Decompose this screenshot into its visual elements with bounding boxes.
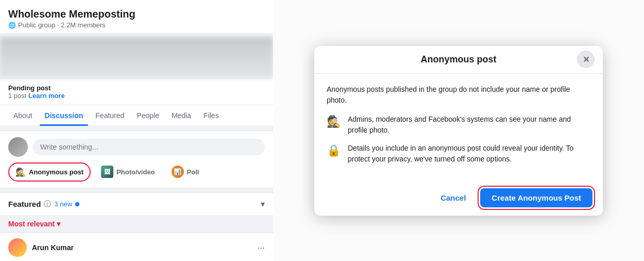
featured-left: Featured ⓘ 3 new: [8, 200, 79, 209]
featured-title: Featured: [8, 200, 41, 208]
tab-media[interactable]: Media: [166, 105, 196, 126]
cover-photo: [0, 37, 273, 78]
modal-info-row-1: 🕵️ Admins, moderators and Facebook's sys…: [327, 114, 590, 136]
user-name: Arun Kumar: [32, 243, 252, 252]
tab-about[interactable]: About: [8, 105, 38, 126]
globe-icon: 🌐: [8, 22, 16, 29]
write-input[interactable]: [33, 139, 265, 155]
anonymous-icon: 🕵️: [15, 167, 26, 177]
nav-tabs: About Discussion Featured People Media F…: [0, 105, 273, 126]
user-avatar: [8, 238, 27, 257]
modal-footer: Cancel Create Anonymous Post: [314, 182, 603, 216]
write-input-row: [8, 137, 265, 157]
poll-button[interactable]: 📊 Poll: [165, 162, 206, 182]
create-anonymous-post-button[interactable]: Create Anonymous Post: [480, 188, 592, 207]
spy-icon: 🕵️: [327, 115, 341, 128]
modal-close-button[interactable]: ✕: [577, 51, 595, 68]
modal-title: Anonymous post: [421, 54, 497, 65]
photo-icon: 🖼: [101, 166, 113, 178]
modal-info-row-2: 🔒 Details you include in an anonymous po…: [327, 143, 590, 165]
featured-section: Featured ⓘ 3 new ▾: [0, 192, 273, 215]
modal-header: Anonymous post ✕: [314, 46, 603, 74]
pending-post-bar: Pending post 1 post Learn more: [0, 78, 273, 105]
info-icon[interactable]: ⓘ: [44, 200, 51, 209]
modal-admin-text: Admins, moderators and Facebook's system…: [348, 114, 590, 136]
anonymous-post-modal: Anonymous post ✕ Anonymous posts publish…: [314, 46, 603, 216]
poll-icon: 📊: [172, 166, 184, 178]
group-title: Wholesome Memeposting: [8, 8, 265, 20]
featured-badge: 3 new: [54, 200, 79, 208]
photo-video-button[interactable]: 🖼 Photo/video: [95, 162, 161, 182]
pending-post-title: Pending post: [8, 84, 265, 92]
more-options-button[interactable]: ···: [257, 242, 265, 253]
avatar: [8, 137, 28, 157]
group-header: Wholesome Memeposting 🌐 Public group · 2…: [0, 0, 273, 33]
pending-post-sub: 1 post Learn more: [8, 92, 265, 100]
tab-files[interactable]: Files: [198, 105, 224, 126]
most-relevant-dropdown[interactable]: Most relevant ▾: [8, 220, 60, 228]
user-post-row: Arun Kumar ···: [0, 233, 273, 261]
tab-discussion[interactable]: Discussion: [40, 105, 89, 126]
cancel-button[interactable]: Cancel: [432, 189, 474, 206]
modal-overlay: Anonymous post ✕ Anonymous posts publish…: [273, 0, 644, 261]
most-relevant-section: Most relevant ▾: [0, 215, 273, 233]
left-panel: Wholesome Memeposting 🌐 Public group · 2…: [0, 0, 273, 261]
modal-privacy-text: Details you include in an anonymous post…: [348, 143, 590, 165]
lock-icon: 🔒: [327, 144, 341, 157]
chevron-down-icon[interactable]: ▾: [261, 199, 265, 209]
modal-body: Anonymous posts published in the group d…: [314, 74, 603, 182]
learn-more-link[interactable]: Learn more: [28, 92, 65, 100]
tab-featured[interactable]: Featured: [90, 105, 129, 126]
new-dot: [75, 202, 79, 206]
post-actions-row: 🕵️ Anonymous post 🖼 Photo/video 📊 Poll: [8, 162, 265, 182]
avatar-image: [8, 137, 28, 157]
write-post-box: 🕵️ Anonymous post 🖼 Photo/video 📊 Poll: [0, 130, 273, 188]
group-meta: 🌐 Public group · 2.2M members: [8, 21, 265, 29]
modal-intro-text: Anonymous posts published in the group d…: [327, 84, 590, 106]
tab-people[interactable]: People: [131, 105, 164, 126]
anonymous-post-button[interactable]: 🕵️ Anonymous post: [8, 162, 91, 182]
